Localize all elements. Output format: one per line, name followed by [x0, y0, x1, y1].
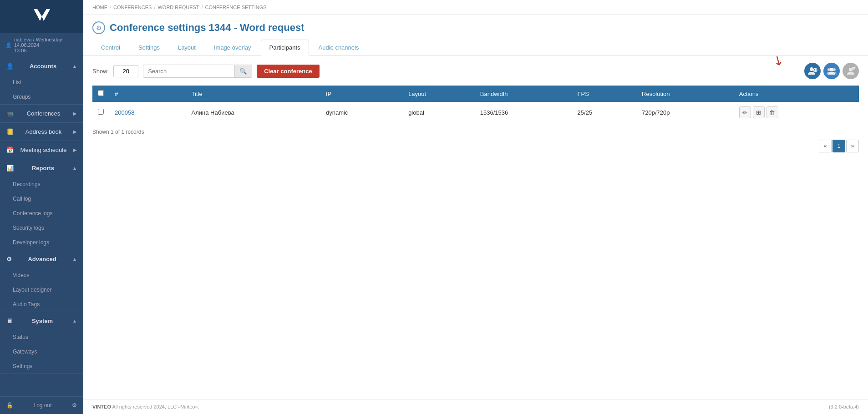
row-resolution: 720p/720p: [636, 102, 734, 123]
col-actions: Actions: [734, 86, 859, 102]
sidebar-item-status[interactable]: Status: [0, 330, 83, 344]
tab-settings[interactable]: Settings: [130, 40, 168, 55]
svg-marker-0: [34, 9, 50, 21]
tab-image-overlay[interactable]: Image overlay: [205, 40, 260, 55]
footer-brand: VINTEO: [92, 404, 111, 409]
sidebar-section-accounts: 👤 Accounts ▲ List Groups: [0, 57, 83, 105]
show-input[interactable]: [113, 65, 138, 77]
participant-id-link[interactable]: 200058: [115, 109, 134, 116]
sidebar-section-reports: 📊 Reports ▲ Recordings Call log Conferen…: [0, 159, 83, 250]
clear-conference-button[interactable]: Clear conference: [257, 65, 320, 78]
tab-participants[interactable]: Participants: [261, 40, 309, 56]
accounts-collapse-icon: ▲: [72, 64, 77, 69]
select-all-header[interactable]: [92, 86, 109, 102]
sidebar-item-call-log[interactable]: Call log: [0, 192, 83, 206]
toolbar-actions: ↘: [802, 63, 859, 79]
sidebar-advanced-header[interactable]: ⚙ Advanced ▲: [0, 250, 83, 268]
row-checkbox-cell[interactable]: [92, 102, 109, 123]
add-participant-button[interactable]: [804, 63, 821, 79]
address-book-icon: 📒: [6, 128, 14, 135]
sidebar-accounts-header[interactable]: 👤 Accounts ▲: [0, 57, 83, 75]
grid-button[interactable]: ⊞: [753, 106, 765, 118]
row-checkbox[interactable]: [98, 109, 104, 115]
row-layout: global: [403, 102, 475, 123]
pagination-page-1[interactable]: 1: [832, 140, 845, 152]
breadcrumb-home[interactable]: HOME: [92, 5, 107, 10]
sidebar-item-layout-designer[interactable]: Layout designer: [0, 283, 83, 297]
sidebar-item-address-book[interactable]: 📒 Address book ▶: [0, 123, 83, 141]
table-row: 200058 Алина Набиева dynamic global 1536…: [92, 102, 859, 123]
sidebar-item-recordings[interactable]: Recordings: [0, 177, 83, 192]
col-id: #: [109, 86, 186, 102]
search-input[interactable]: [143, 66, 234, 77]
advanced-items: Videos Layout designer Audio Tags: [0, 268, 83, 312]
reports-items: Recordings Call log Conference logs Secu…: [0, 177, 83, 250]
accounts-items: List Groups: [0, 75, 83, 104]
row-id: 200058: [109, 102, 186, 123]
sidebar-item-conference-logs[interactable]: Conference logs: [0, 206, 83, 221]
records-info: Shown 1 of 1 records: [92, 129, 859, 135]
col-title: Title: [186, 86, 320, 102]
sidebar-system-header[interactable]: 🖥 System ▲: [0, 312, 83, 330]
logout-label: Log out: [33, 402, 51, 409]
breadcrumb-sep-3: /: [202, 5, 203, 10]
address-book-arrow: ▶: [73, 129, 77, 134]
breadcrumb-conferences[interactable]: CONFERENCES: [113, 5, 152, 10]
sidebar-item-developer-logs[interactable]: Developer logs: [0, 235, 83, 250]
user-info: nabieva / Wednesday 14.08.2024 13:05: [14, 37, 78, 53]
advanced-icon: ⚙: [6, 256, 12, 263]
user-icon: 👤: [5, 42, 12, 48]
sidebar-item-security-logs[interactable]: Security logs: [0, 221, 83, 235]
sidebar-item-settings[interactable]: Settings: [0, 359, 83, 374]
sidebar-footer[interactable]: 🔓 Log out ⚙: [0, 396, 83, 414]
page-heading: Conference settings 1344 - Word request: [110, 22, 305, 34]
row-ip: dynamic: [320, 102, 403, 123]
svg-point-8: [849, 68, 853, 71]
toolbar: Show: 🔍 Clear conference ↘: [92, 63, 859, 79]
tab-control[interactable]: Control: [92, 40, 129, 55]
col-resolution: Resolution: [636, 86, 734, 102]
participants-table: # Title IP Layout Bandwidth FPS Resoluti…: [92, 86, 859, 123]
sidebar-reports-header[interactable]: 📊 Reports ▲: [0, 159, 83, 177]
delete-button[interactable]: 🗑: [766, 106, 778, 118]
footer-brand-area: VINTEO All rights reserved 2024, LLC «Vi…: [92, 404, 199, 409]
edit-button[interactable]: ✏: [739, 106, 751, 118]
sidebar-item-groups[interactable]: Groups: [0, 90, 83, 104]
sidebar-item-audio-tags[interactable]: Audio Tags: [0, 297, 83, 312]
manage-participants-button[interactable]: [823, 63, 840, 79]
main-content: HOME / CONFERENCES / WORD REQUEST / CONF…: [83, 0, 868, 414]
extra-action-button[interactable]: [843, 63, 859, 79]
search-box: 🔍: [143, 65, 252, 78]
sidebar-item-gateways[interactable]: Gateways: [0, 344, 83, 359]
pagination-prev[interactable]: «: [819, 140, 832, 152]
col-bandwidth: Bandwidth: [475, 86, 572, 102]
sidebar-item-videos[interactable]: Videos: [0, 268, 83, 283]
table-header: # Title IP Layout Bandwidth FPS Resoluti…: [92, 86, 859, 102]
sidebar-item-list[interactable]: List: [0, 75, 83, 90]
row-fps: 25/25: [572, 102, 636, 123]
svg-point-1: [810, 67, 813, 71]
breadcrumb-word-request[interactable]: WORD REQUEST: [157, 5, 199, 10]
sidebar-item-meeting-schedule[interactable]: 📅 Meeting schedule ▶: [0, 141, 83, 159]
tabs-bar: Control Settings Layout Image overlay Pa…: [92, 40, 859, 55]
reports-icon: 📊: [6, 165, 14, 172]
select-all-checkbox[interactable]: [98, 90, 104, 96]
row-actions-cell: ✏ ⊞ 🗑: [734, 102, 859, 123]
table-header-row: # Title IP Layout Bandwidth FPS Resoluti…: [92, 86, 859, 102]
search-button[interactable]: 🔍: [234, 65, 252, 77]
content-area: Show: 🔍 Clear conference ↘: [83, 56, 868, 399]
svg-point-5: [830, 68, 833, 71]
tab-layout[interactable]: Layout: [169, 40, 204, 55]
breadcrumb-sep-1: /: [110, 5, 111, 10]
system-items: Status Gateways Settings: [0, 330, 83, 374]
pagination-next[interactable]: »: [846, 140, 859, 152]
sidebar-user: 👤 nabieva / Wednesday 14.08.2024 13:05: [0, 33, 83, 57]
page-title-icon: ⚙: [92, 21, 105, 34]
sidebar-item-conferences[interactable]: 📹 Conferences ▶: [0, 105, 83, 123]
tab-audio-channels[interactable]: Audio channels: [310, 40, 368, 55]
col-fps: FPS: [572, 86, 636, 102]
sidebar-section-system: 🖥 System ▲ Status Gateways Settings: [0, 312, 83, 374]
conferences-label: Conferences: [27, 110, 61, 117]
col-ip: IP: [320, 86, 403, 102]
svg-point-6: [827, 68, 830, 71]
